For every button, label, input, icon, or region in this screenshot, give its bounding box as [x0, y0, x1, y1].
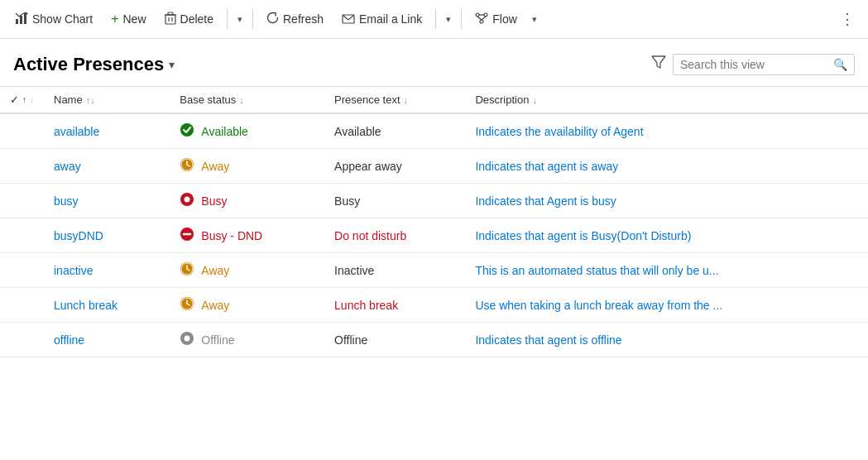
col-name-label: Name [54, 93, 83, 106]
table-row[interactable]: Lunch break Away Lunch break Use when ta… [0, 288, 868, 323]
name-sort-icon: ↑↓ [86, 95, 95, 105]
refresh-label: Refresh [283, 12, 324, 26]
row-checkbox[interactable] [0, 323, 44, 357]
flow-dropdown[interactable]: ▾ [527, 9, 542, 30]
table-row[interactable]: away Away Appear away Indicates that age… [0, 149, 868, 184]
row-name[interactable]: available [44, 113, 170, 149]
search-input[interactable] [680, 58, 828, 71]
flow-button[interactable]: Flow [467, 7, 525, 31]
flow-icon [475, 12, 488, 26]
show-chart-label: Show Chart [32, 12, 93, 26]
email-link-button[interactable]: Email a Link [333, 7, 430, 31]
svg-rect-1 [20, 16, 22, 24]
separator-4 [461, 9, 462, 29]
row-name[interactable]: busyDND [44, 218, 170, 253]
svg-line-14 [477, 17, 482, 20]
col-base-status-label: Base status [180, 93, 236, 106]
row-checkbox[interactable] [0, 288, 44, 323]
row-name[interactable]: offline [44, 323, 170, 357]
table-row[interactable]: available Available Available Indicates … [0, 113, 868, 149]
row-checkbox[interactable] [0, 113, 44, 149]
col-description-label: Description [475, 93, 529, 106]
delete-icon [165, 12, 176, 27]
svg-rect-8 [168, 12, 173, 15]
row-presence-text: Offline [324, 323, 465, 357]
row-description: Indicates that agent is Busy(Don't Distu… [465, 218, 868, 253]
refresh-button[interactable]: Refresh [258, 7, 332, 31]
delete-button[interactable]: Delete [156, 7, 222, 32]
chevron-down-icon-3: ▾ [532, 14, 537, 25]
svg-point-11 [484, 13, 487, 17]
status-dot-icon [180, 296, 194, 314]
svg-point-12 [480, 20, 483, 23]
chevron-down-icon: ▾ [237, 14, 242, 25]
filter-icon[interactable] [645, 50, 673, 78]
status-label: Away [201, 160, 229, 173]
row-base-status: Away [170, 149, 324, 184]
row-name[interactable]: Lunch break [44, 288, 170, 323]
delete-label: Delete [180, 12, 213, 26]
row-name[interactable]: away [44, 149, 170, 184]
refresh-icon [266, 12, 279, 26]
view-title-chevron[interactable]: ▾ [169, 58, 175, 71]
row-checkbox[interactable] [0, 218, 44, 253]
flow-label: Flow [492, 12, 517, 26]
row-checkbox[interactable] [0, 149, 44, 184]
row-base-status: Available [170, 113, 324, 149]
col-header-description[interactable]: Description ↓ [465, 87, 868, 114]
col-header-presence-text[interactable]: Presence text ↓ [324, 87, 465, 114]
search-icon[interactable]: 🔍 [833, 58, 847, 71]
status-label: Offline [201, 333, 234, 347]
svg-point-17 [180, 123, 194, 137]
status-label: Busy [201, 194, 227, 208]
status-dot-icon [180, 261, 194, 279]
table-row[interactable]: offline Offline Offline Indicates that a… [0, 323, 868, 357]
row-presence-text: Do not disturb [324, 218, 465, 253]
add-icon: + [111, 12, 118, 26]
table-row[interactable]: busy Busy Busy Indicates that Agent is b… [0, 184, 868, 218]
status-dot-icon [180, 227, 194, 244]
name-sort-asc: ↑ [22, 95, 26, 104]
table-row[interactable]: busyDND Busy - DND Do not disturb Indica… [0, 218, 868, 253]
row-name[interactable]: inactive [44, 253, 170, 288]
table-row[interactable]: inactive Away Inactive This is an automa… [0, 253, 868, 288]
status-dot-icon [180, 192, 194, 209]
active-presences-table: ✓ ↑ ↓ Name ↑↓ Base status ↓ Presen [0, 86, 868, 357]
row-presence-text: Available [324, 113, 465, 149]
col-header-base-status[interactable]: Base status ↓ [170, 87, 324, 114]
row-presence-text: Appear away [324, 149, 465, 184]
status-dot-icon [180, 157, 194, 175]
row-base-status: Busy - DND [170, 218, 324, 253]
row-presence-text: Busy [324, 184, 465, 218]
more-dropdown-2[interactable]: ▾ [441, 9, 456, 30]
row-presence-text: Lunch break [324, 288, 465, 323]
new-button[interactable]: + New [103, 7, 154, 31]
svg-point-35 [185, 336, 190, 342]
svg-point-10 [476, 13, 479, 17]
status-label: Available [201, 125, 248, 138]
status-dot-icon [180, 122, 194, 140]
row-base-status: Away [170, 253, 324, 288]
toolbar: Show Chart + New Delete ▾ Refresh [0, 0, 868, 39]
col-header-name[interactable]: Name ↑↓ [44, 87, 170, 114]
new-label: New [123, 12, 146, 26]
search-box: 🔍 [673, 54, 855, 75]
separator-1 [227, 9, 228, 29]
svg-point-23 [185, 197, 190, 203]
row-description: This is an automated status that will on… [465, 253, 868, 288]
email-icon [342, 12, 355, 26]
row-name[interactable]: busy [44, 184, 170, 218]
select-all-header[interactable]: ✓ ↑ ↓ [0, 87, 44, 114]
svg-marker-16 [652, 56, 665, 68]
show-chart-button[interactable]: Show Chart [7, 7, 101, 32]
row-checkbox[interactable] [0, 184, 44, 218]
base-status-sort-icon: ↓ [239, 95, 244, 105]
status-dot-icon [180, 331, 194, 348]
more-dropdown-1[interactable]: ▾ [233, 9, 247, 30]
row-description: Indicates the availability of Agent [465, 113, 868, 149]
row-base-status: Away [170, 288, 324, 323]
row-checkbox[interactable] [0, 253, 44, 288]
more-options-button[interactable]: ⋮ [833, 5, 861, 33]
view-title: Active Presences [13, 54, 164, 75]
row-description: Indicates that Agent is busy [465, 184, 868, 218]
